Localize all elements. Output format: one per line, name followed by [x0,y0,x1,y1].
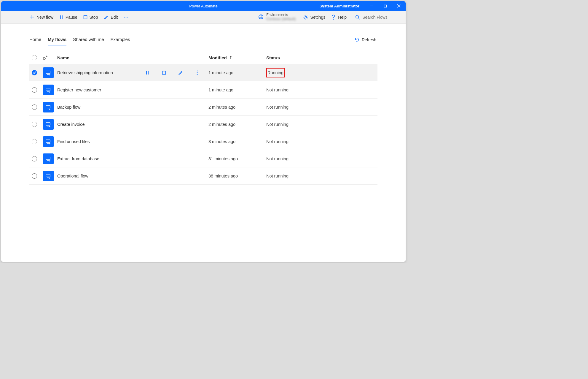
flow-modified: 31 minutes ago [208,156,266,161]
flows-grid: Name Modified Status Retrieve shipping i… [29,51,377,185]
tab-shared[interactable]: Shared with me [73,34,104,45]
toolbar-divider [351,13,351,21]
svg-point-12 [259,15,263,19]
table-row[interactable]: Extract from database31 minutes agoNot r… [29,150,377,167]
flow-status: Running [266,68,285,77]
svg-rect-20 [43,58,45,59]
svg-rect-40 [46,140,50,142]
settings-button[interactable]: Settings [300,11,329,23]
flow-name[interactable]: Find unused files [57,139,90,144]
flow-name[interactable]: Backup flow [57,105,80,110]
desktop-flow-icon [43,136,54,147]
user-label[interactable]: System Administrator [314,4,365,8]
tab-home[interactable]: Home [29,34,41,45]
edit-button[interactable]: Edit [101,11,121,23]
titlebar: Power Automate System Administrator [1,1,406,11]
flow-status: Not running [266,122,345,127]
toolbar: New flow Pause Stop Edit Environments Co… [1,11,406,24]
column-status[interactable]: Status [266,55,345,60]
tab-my-flows[interactable]: My flows [48,34,66,45]
row-select-checkbox[interactable] [32,122,37,127]
close-button[interactable] [392,1,406,11]
svg-point-9 [124,17,125,18]
help-button[interactable]: Help [328,11,350,23]
content-area: Home My flows Shared with me Examples Re… [1,24,406,262]
flow-type-icon [43,55,48,60]
row-select-checkbox[interactable] [32,173,37,179]
desktop-flow-icon [43,153,54,164]
pencil-icon [178,70,183,75]
svg-point-10 [126,17,127,18]
flow-modified: 38 minutes ago [208,174,266,178]
desktop-flow-icon [43,171,54,181]
column-name[interactable]: Name [57,55,208,60]
flow-name[interactable]: Register new customer [57,88,101,92]
svg-point-16 [305,16,307,18]
row-select-checkbox[interactable] [32,104,37,110]
flow-name[interactable]: Operational flow [57,174,88,178]
pause-label: Pause [66,15,77,20]
select-all-checkbox[interactable] [32,55,37,60]
grid-header: Name Modified Status [29,51,377,64]
svg-point-28 [197,70,198,71]
row-more-button[interactable] [193,69,201,77]
stop-button[interactable]: Stop [80,11,101,23]
environment-value: Contoso (default) [266,17,296,21]
environment-picker[interactable]: Environments Contoso (default) [254,13,300,21]
svg-rect-8 [84,15,87,19]
flow-name[interactable]: Create invoice [57,122,85,127]
table-row[interactable]: Backup flow2 minutes agoNot running [29,99,377,116]
app-window: Power Automate System Administrator New … [1,1,406,262]
close-icon [397,4,401,8]
table-row[interactable]: Retrieve shipping information1 minute ag… [29,64,377,81]
settings-label: Settings [310,15,326,20]
flow-status: Not running [266,139,345,144]
help-label: Help [338,15,347,20]
row-select-checkbox[interactable] [32,87,37,93]
table-row[interactable]: Operational flow38 minutes agoNot runnin… [29,167,377,185]
minimize-icon [370,4,373,8]
row-select-checkbox[interactable] [32,156,37,161]
search-placeholder: Search Flows [362,15,388,20]
row-pause-button[interactable] [143,69,152,77]
flow-status: Not running [266,174,345,178]
new-flow-label: New flow [36,15,53,20]
column-modified-label: Modified [208,55,227,60]
desktop-flow-icon [43,102,54,112]
more-button[interactable] [121,11,131,23]
desktop-flow-icon [43,67,54,78]
svg-line-19 [358,18,360,19]
stop-label: Stop [90,15,98,20]
desktop-flow-icon [43,119,54,130]
maximize-button[interactable] [378,1,392,11]
row-edit-button[interactable] [176,69,185,77]
flow-modified: 2 minutes ago [208,122,266,127]
search-input[interactable]: Search Flows [352,15,403,20]
stop-icon [162,71,166,75]
svg-rect-46 [46,174,50,177]
row-select-checkbox[interactable] [32,139,37,144]
pause-icon [59,15,63,19]
svg-point-29 [197,72,198,73]
flow-name[interactable]: Extract from database [57,156,99,161]
table-row[interactable]: Create invoice2 minutes agoNot running [29,116,377,133]
flow-name[interactable]: Retrieve shipping information [57,70,113,75]
minimize-button[interactable] [365,1,378,11]
tab-examples[interactable]: Examples [111,34,130,45]
column-modified[interactable]: Modified [208,55,266,60]
stop-icon [83,15,87,19]
table-row[interactable]: Find unused files3 minutes agoNot runnin… [29,133,377,150]
row-stop-button[interactable] [160,69,168,77]
svg-rect-27 [162,71,166,74]
flow-status: Not running [266,156,345,161]
search-icon [355,15,360,20]
tabs: Home My flows Shared with me Examples [29,34,130,45]
svg-rect-34 [46,105,50,108]
more-vertical-icon [197,70,198,75]
table-row[interactable]: Register new customer1 minute agoNot run… [29,81,377,99]
pause-button[interactable]: Pause [56,11,80,23]
refresh-button[interactable]: Refresh [353,35,377,44]
flow-modified: 1 minute ago [208,88,266,92]
row-select-checkbox[interactable] [32,70,37,75]
new-flow-button[interactable]: New flow [26,11,56,23]
